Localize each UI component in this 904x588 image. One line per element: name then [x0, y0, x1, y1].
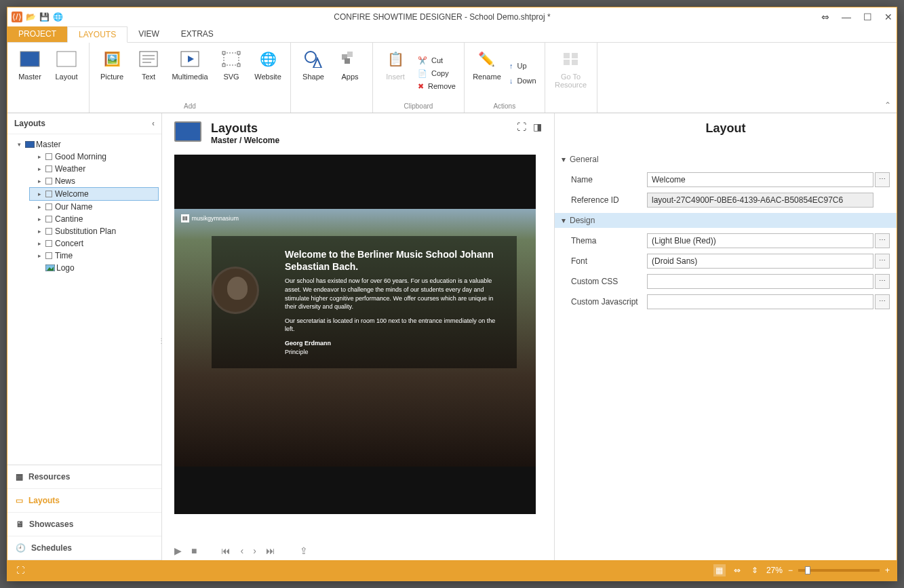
chevron-down-icon: ▾: [562, 155, 566, 164]
checkbox-icon[interactable]: [45, 165, 52, 172]
js-more-button[interactable]: ⋯: [875, 294, 890, 309]
maximize-icon[interactable]: ☐: [863, 12, 872, 22]
ribbon-shape[interactable]: Shape: [296, 45, 330, 101]
tab-project[interactable]: PROJECT: [7, 26, 67, 42]
next-icon[interactable]: ›: [253, 545, 256, 556]
input-name[interactable]: [647, 172, 873, 187]
zoom-in-icon[interactable]: +: [885, 566, 890, 575]
expand-icon[interactable]: ▾: [16, 141, 22, 148]
ribbon-multimedia[interactable]: Multimedia: [168, 45, 212, 101]
input-font[interactable]: [647, 254, 873, 269]
stop-icon[interactable]: ■: [191, 545, 197, 556]
checkbox-icon[interactable]: [45, 252, 52, 259]
tree-item-logo[interactable]: Logo: [29, 262, 159, 274]
name-more-button[interactable]: ⋯: [875, 172, 890, 187]
ribbon-website[interactable]: 🌐Website: [251, 45, 285, 101]
css-more-button[interactable]: ⋯: [875, 274, 890, 289]
expand-icon[interactable]: ▸: [36, 203, 43, 210]
thema-more-button[interactable]: ⋯: [875, 233, 890, 248]
fit-icon[interactable]: ⇔: [821, 12, 829, 22]
ribbon-master[interactable]: Master: [13, 45, 47, 101]
minimize-icon[interactable]: —: [842, 12, 851, 22]
tree-item-our-name[interactable]: ▸Our Name: [29, 201, 159, 213]
checkbox-icon[interactable]: [45, 240, 52, 247]
nav-showcases[interactable]: 🖥Showcases: [7, 513, 161, 536]
tree-item-news[interactable]: ▸News: [29, 175, 159, 187]
checkbox-icon[interactable]: [45, 203, 52, 210]
globe-icon[interactable]: 🌐: [52, 12, 63, 22]
ribbon-picture[interactable]: 🖼️Picture: [95, 45, 129, 101]
checkbox-icon[interactable]: [45, 191, 52, 197]
checkbox-icon[interactable]: [45, 228, 52, 235]
play-icon[interactable]: ▶: [174, 545, 182, 556]
expand-icon[interactable]: ▸: [36, 191, 43, 197]
prev-icon[interactable]: ‹: [240, 545, 243, 556]
nav-layouts[interactable]: ▭Layouts: [7, 489, 161, 513]
split-icon[interactable]: ◨: [533, 121, 542, 132]
ribbon-text[interactable]: Text: [132, 45, 165, 101]
sidebar-collapse-icon[interactable]: ‹: [152, 119, 155, 128]
tab-extras[interactable]: EXTRAS: [170, 26, 224, 42]
preview-canvas[interactable]: IIImusikgymnasium Welcome to the Berline…: [174, 155, 536, 514]
checkbox-icon[interactable]: [45, 178, 52, 184]
ribbon-collapse-icon[interactable]: ⌃: [884, 100, 891, 110]
font-more-button[interactable]: ⋯: [875, 254, 890, 269]
zoom-out-icon[interactable]: −: [788, 566, 793, 575]
expand-icon[interactable]: ▸: [36, 240, 43, 247]
tree-item-good-morning[interactable]: ▸Good Morning: [29, 151, 159, 163]
tree-item-concert[interactable]: ▸Concert: [29, 237, 159, 250]
expand-icon[interactable]: ▸: [36, 178, 43, 184]
status-fit-width-icon[interactable]: ⇔: [731, 564, 743, 576]
label-name: Name: [571, 175, 647, 184]
nav-schedules[interactable]: 🕘Schedules: [7, 536, 161, 560]
last-icon[interactable]: ⏭: [266, 545, 275, 556]
ribbon-down[interactable]: ↓Down: [507, 75, 539, 86]
ribbon-remove[interactable]: ✖Remove: [415, 81, 458, 92]
ribbon-up[interactable]: ↑Up: [507, 60, 539, 71]
status-bar: ⛶ ▦ ⇔ ⇕ 27% − +: [7, 560, 897, 581]
ribbon-rename[interactable]: ✏️Rename: [470, 45, 504, 101]
person-icon[interactable]: ⇪: [300, 545, 308, 556]
status-expand-icon[interactable]: ⛶: [14, 564, 26, 576]
section-general[interactable]: ▾General: [555, 152, 897, 167]
svg-rect-21: [572, 60, 578, 65]
input-css[interactable]: [647, 274, 873, 289]
tree-item-substitution-plan[interactable]: ▸Substitution Plan: [29, 225, 159, 237]
tab-view[interactable]: VIEW: [127, 26, 170, 42]
tree-root-master[interactable]: ▾ Master: [10, 138, 159, 151]
expand-icon[interactable]: ▸: [36, 216, 43, 222]
ribbon-cut[interactable]: ✂️Cut: [415, 55, 458, 66]
expand-icon[interactable]: ▸: [36, 252, 43, 259]
section-design[interactable]: ▾Design: [555, 213, 897, 228]
cut-icon: ✂️: [418, 56, 427, 65]
tree-item-cantine[interactable]: ▸Cantine: [29, 213, 159, 225]
tree-item-weather[interactable]: ▸Weather: [29, 163, 159, 175]
checkbox-icon[interactable]: [45, 216, 52, 222]
zoom-slider[interactable]: [798, 569, 880, 572]
expand-icon[interactable]: ▸: [36, 228, 43, 235]
monitor-icon: 🖥: [16, 520, 24, 529]
input-thema[interactable]: [647, 233, 873, 248]
input-js[interactable]: [647, 294, 873, 309]
ribbon-layout[interactable]: Layout: [50, 45, 83, 101]
expand-icon[interactable]: ▸: [36, 153, 43, 160]
tree-item-time[interactable]: ▸Time: [29, 250, 159, 262]
checkbox-icon[interactable]: [45, 153, 52, 160]
close-icon[interactable]: ✕: [884, 12, 892, 22]
nav-resources[interactable]: ▦Resources: [7, 465, 161, 489]
ribbon-svg[interactable]: SVG: [214, 45, 248, 101]
tab-layouts[interactable]: LAYOUTS: [67, 26, 127, 43]
tree-item-welcome[interactable]: ▸Welcome: [29, 187, 159, 201]
status-fit-height-icon[interactable]: ⇕: [749, 564, 761, 576]
status-grid-icon[interactable]: ▦: [713, 564, 726, 576]
ribbon-apps[interactable]: Apps: [333, 45, 367, 101]
first-icon[interactable]: ⏮: [221, 545, 231, 556]
open-icon[interactable]: 📂: [25, 12, 36, 22]
save-icon[interactable]: 💾: [39, 12, 50, 22]
expand-icon[interactable]: ▸: [36, 165, 43, 172]
ribbon-copy[interactable]: 📄Copy: [415, 68, 458, 79]
splitter-handle[interactable]: ⋮: [158, 337, 165, 345]
fullscreen-icon[interactable]: ⛶: [517, 121, 526, 132]
titlebar: ⟨/⟩ 📂 💾 🌐 CONFIRE SHOWTIME DESIGNER - Sc…: [7, 7, 897, 26]
properties-title: Layout: [555, 113, 897, 152]
